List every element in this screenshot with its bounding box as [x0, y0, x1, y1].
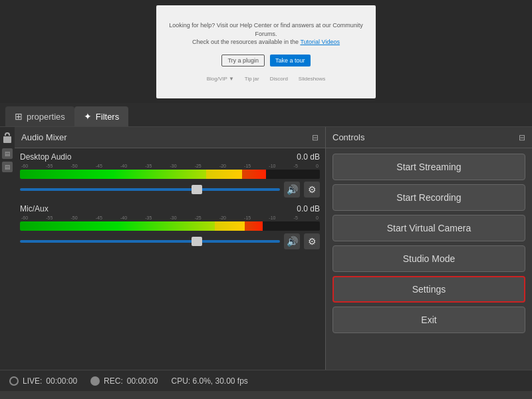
main-content: ▤ ▤ Audio Mixer ⊟ Desktop Audio 0.0 dB -…: [0, 127, 532, 370]
mic-aux-header: Mic/Aux 0.0 dB: [20, 204, 320, 213]
preview-bottom-tipjar[interactable]: Tip jar: [245, 76, 259, 82]
live-indicator: [9, 376, 19, 386]
mic-aux-db: 0.0 dB: [297, 204, 320, 213]
mic-aux-meter: [20, 221, 320, 231]
tab-filters[interactable]: ✦ Filters: [74, 106, 128, 126]
preview-buttons: Try a plugin Take a tour: [221, 55, 310, 66]
take-tour-button[interactable]: Take a tour: [270, 55, 311, 66]
filters-icon: ✦: [84, 111, 92, 122]
controls-header: Controls ⊟: [326, 127, 532, 148]
audio-mixer-panel: Audio Mixer ⊟ Desktop Audio 0.0 dB -60 -…: [15, 127, 326, 370]
rec-status: REC: 00:00:00: [90, 376, 158, 386]
desktop-audio-thumb[interactable]: [192, 185, 202, 194]
preview-bottom-discord[interactable]: Discord: [270, 76, 288, 82]
properties-icon: ⊞: [15, 111, 23, 122]
start-virtual-camera-button[interactable]: Start Virtual Camera: [332, 215, 525, 241]
controls-title: Controls: [332, 132, 364, 142]
desktop-audio-mute[interactable]: 🔊: [284, 182, 300, 198]
mic-aux-name: Mic/Aux: [20, 204, 49, 213]
preview-bottom-blog[interactable]: Blog/VIP ▼: [207, 76, 234, 82]
controls-panel: Controls ⊟ Start Streaming Start Recordi…: [326, 127, 532, 370]
controls-collapse[interactable]: ⊟: [519, 133, 525, 142]
left-sidebar: ▤ ▤: [0, 127, 15, 370]
preview-text: Looking for help? Visit our Help Center …: [164, 21, 368, 47]
preview-area: Looking for help? Visit our Help Center …: [0, 0, 532, 103]
mic-aux-ticks: -60 -55 -50 -45 -40 -35 -30 -25 -20 -15 …: [20, 215, 320, 220]
tab-filters-label: Filters: [96, 112, 119, 122]
desktop-audio-controls: 🔊 ⚙: [20, 182, 320, 198]
live-time: 00:00:00: [46, 376, 77, 386]
controls-buttons: Start Streaming Start Recording Start Vi…: [326, 148, 532, 370]
mic-aux-mute[interactable]: 🔊: [284, 233, 300, 249]
audio-mixer-collapse[interactable]: ⊟: [312, 133, 319, 142]
desktop-audio-name: Desktop Audio: [20, 152, 71, 162]
audio-channels: Desktop Audio 0.0 dB -60 -55 -50 -45 -40…: [15, 148, 325, 370]
start-recording-button[interactable]: Start Recording: [332, 184, 525, 211]
status-bar: LIVE: 00:00:00 REC: 00:00:00 CPU: 6.0%, …: [0, 370, 532, 391]
mic-aux-thumb[interactable]: [192, 237, 202, 246]
sidebar-icon-2: ▤: [2, 162, 13, 172]
preview-bottom-bar: Blog/VIP ▼ Tip jar Discord Slideshows: [207, 76, 326, 82]
mic-aux-controls: 🔊 ⚙: [20, 233, 320, 249]
desktop-audio-settings[interactable]: ⚙: [304, 182, 320, 198]
mic-aux-settings[interactable]: ⚙: [304, 233, 320, 249]
rec-time: 00:00:00: [127, 376, 158, 386]
preview-bottom-slideshows[interactable]: Slideshows: [299, 76, 325, 82]
studio-mode-button[interactable]: Studio Mode: [332, 245, 525, 272]
rec-indicator: [90, 376, 100, 386]
desktop-audio-db: 0.0 dB: [297, 152, 320, 162]
desktop-audio-header: Desktop Audio 0.0 dB: [20, 152, 320, 162]
live-status: LIVE: 00:00:00: [9, 376, 77, 386]
tab-properties[interactable]: ⊞ properties: [5, 106, 74, 126]
audio-mixer-header: Audio Mixer ⊟: [15, 127, 325, 148]
sidebar-icon-1: ▤: [2, 148, 13, 159]
cpu-label: CPU: 6.0%, 30.00 fps: [171, 376, 247, 386]
desktop-audio-ticks: -60 -55 -50 -45 -40 -35 -30 -25 -20 -15 …: [20, 164, 320, 168]
try-plugin-button[interactable]: Try a plugin: [221, 55, 265, 66]
desktop-audio-slider[interactable]: [20, 188, 280, 191]
desktop-audio-meter: [20, 170, 320, 179]
mic-aux-channel: Mic/Aux 0.0 dB -60 -55 -50 -45 -40 -35 -…: [20, 204, 320, 249]
settings-button[interactable]: Settings: [332, 276, 525, 303]
live-label: LIVE:: [23, 376, 42, 386]
mic-aux-slider[interactable]: [20, 240, 280, 243]
tab-properties-label: properties: [27, 112, 65, 122]
preview-content: Looking for help? Visit our Help Center …: [156, 5, 376, 98]
tabs-row: ⊞ properties ✦ Filters: [0, 103, 532, 127]
audio-mixer-title: Audio Mixer: [21, 132, 67, 142]
cpu-status: CPU: 6.0%, 30.00 fps: [171, 376, 247, 386]
exit-button[interactable]: Exit: [332, 307, 525, 333]
start-streaming-button[interactable]: Start Streaming: [332, 154, 525, 180]
preview-link[interactable]: Tutorial Videos: [300, 39, 340, 45]
desktop-audio-channel: Desktop Audio 0.0 dB -60 -55 -50 -45 -40…: [20, 152, 320, 198]
rec-label: REC:: [104, 376, 123, 386]
lock-icon: [2, 132, 13, 146]
